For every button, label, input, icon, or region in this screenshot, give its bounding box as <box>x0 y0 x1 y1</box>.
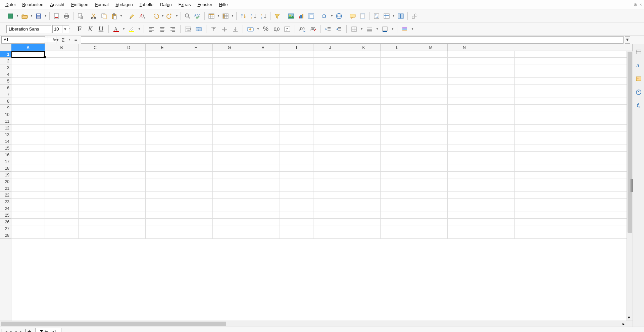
wrap-text-button[interactable] <box>183 24 193 34</box>
cell[interactable] <box>45 165 79 171</box>
cell[interactable] <box>381 158 414 165</box>
row-header[interactable]: 5 <box>0 78 11 85</box>
cell[interactable] <box>146 158 179 165</box>
properties-deck-icon[interactable] <box>634 48 643 56</box>
column-button[interactable] <box>221 11 230 21</box>
cell[interactable] <box>481 178 515 185</box>
cell[interactable] <box>313 118 347 124</box>
cell[interactable] <box>112 78 146 84</box>
cell[interactable] <box>414 78 448 84</box>
row-header[interactable]: 11 <box>0 118 11 125</box>
cell[interactable] <box>11 219 45 225</box>
row-header[interactable]: 12 <box>0 125 11 131</box>
cell[interactable] <box>381 172 414 178</box>
cell[interactable] <box>347 91 381 98</box>
cell[interactable] <box>146 172 179 178</box>
cell[interactable] <box>313 145 347 151</box>
cell[interactable] <box>45 145 79 151</box>
cell[interactable] <box>481 105 515 111</box>
row-header[interactable]: 24 <box>0 205 11 212</box>
cell[interactable] <box>246 85 280 91</box>
paste-button[interactable] <box>109 11 119 21</box>
cell[interactable] <box>313 105 347 111</box>
cell[interactable] <box>481 185 515 191</box>
cell[interactable] <box>11 64 45 71</box>
cell[interactable] <box>414 158 448 165</box>
cell[interactable] <box>448 219 481 225</box>
formula-equals-button[interactable]: = <box>72 36 80 44</box>
cell[interactable] <box>347 64 381 71</box>
split-window-button[interactable] <box>396 11 405 21</box>
cell[interactable] <box>313 131 347 138</box>
cell[interactable] <box>414 192 448 198</box>
font-size-dropdown[interactable]: ▾ <box>62 25 68 33</box>
cell[interactable] <box>448 158 481 165</box>
cell[interactable] <box>381 125 414 131</box>
font-color-button[interactable]: A <box>111 24 121 34</box>
draw-functions-button[interactable] <box>410 11 419 21</box>
menu-vorlagen[interactable]: Vorlagen <box>112 1 136 8</box>
cell[interactable] <box>381 232 414 238</box>
cell[interactable] <box>481 232 515 238</box>
cell[interactable] <box>146 91 179 98</box>
cell[interactable] <box>347 138 381 145</box>
cell[interactable] <box>79 145 112 151</box>
cell[interactable] <box>45 125 79 131</box>
cell[interactable] <box>11 199 45 205</box>
font-name-combo[interactable]: ▾ <box>6 25 51 33</box>
cell[interactable] <box>112 199 146 205</box>
cell[interactable] <box>246 205 280 212</box>
cell[interactable] <box>11 125 45 131</box>
cell[interactable] <box>481 172 515 178</box>
cell[interactable] <box>280 105 313 111</box>
save-button[interactable] <box>34 11 43 21</box>
cell[interactable] <box>179 58 213 64</box>
clear-formatting-button[interactable]: A <box>137 11 147 21</box>
cell[interactable] <box>112 91 146 98</box>
align-bottom-button[interactable] <box>231 24 240 34</box>
font-size-combo[interactable]: ▾ <box>52 25 69 33</box>
cell[interactable] <box>146 85 179 91</box>
cell[interactable] <box>280 232 313 238</box>
print-button[interactable] <box>62 11 71 21</box>
cell[interactable] <box>481 118 515 124</box>
cell[interactable] <box>146 64 179 71</box>
cell[interactable] <box>448 131 481 138</box>
cell[interactable] <box>179 225 213 232</box>
column-header[interactable]: E <box>146 44 179 51</box>
date-format-button[interactable]: 7 <box>283 24 292 34</box>
formula-expand-button[interactable]: ▼ <box>625 36 630 44</box>
cell[interactable] <box>448 185 481 191</box>
currency-button[interactable] <box>246 24 255 34</box>
cell[interactable] <box>146 212 179 218</box>
cell[interactable] <box>347 172 381 178</box>
cell[interactable] <box>481 158 515 165</box>
print-preview-button[interactable] <box>76 11 85 21</box>
cell[interactable] <box>179 118 213 124</box>
cell[interactable] <box>179 78 213 84</box>
column-header[interactable]: D <box>112 44 146 51</box>
cell[interactable] <box>381 71 414 77</box>
row-header[interactable]: 21 <box>0 185 11 192</box>
cell[interactable] <box>146 205 179 212</box>
cell[interactable] <box>481 51 515 57</box>
row-dropdown[interactable]: ▼ <box>217 14 220 17</box>
border-color-button[interactable] <box>380 24 390 34</box>
styles-deck-icon[interactable]: A <box>634 61 643 70</box>
cell[interactable] <box>246 125 280 131</box>
cell[interactable] <box>146 118 179 124</box>
cell[interactable] <box>381 185 414 191</box>
cell[interactable] <box>313 185 347 191</box>
cell[interactable] <box>481 165 515 171</box>
cell[interactable] <box>381 85 414 91</box>
row-header[interactable]: 15 <box>0 145 11 152</box>
cell[interactable] <box>347 105 381 111</box>
cell[interactable] <box>414 232 448 238</box>
cell[interactable] <box>381 152 414 158</box>
cell[interactable] <box>11 85 45 91</box>
column-header[interactable]: L <box>381 44 414 51</box>
row-button[interactable] <box>207 11 216 21</box>
row-header[interactable]: 18 <box>0 165 11 172</box>
cell[interactable] <box>347 78 381 84</box>
cell[interactable] <box>246 172 280 178</box>
